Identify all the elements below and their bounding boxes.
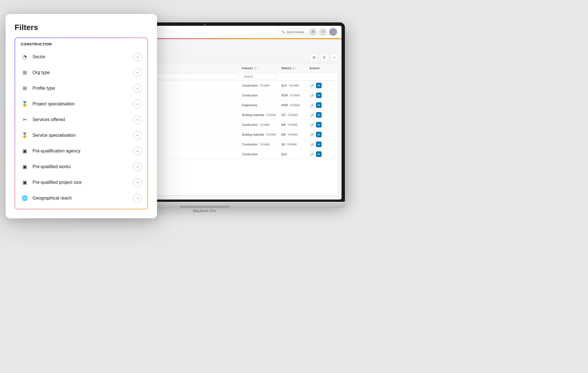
view-expand-btn[interactable]: ⤢ <box>330 54 338 61</box>
filter-icon-project-specialisation: 🏅 <box>21 100 29 108</box>
industry-col-header[interactable]: Industry ▲▼ | <box>240 64 280 72</box>
filter-item-pre-qual-works[interactable]: ▣ Pre-qualified works → <box>15 159 147 175</box>
link-icon[interactable]: 🔗 <box>309 151 315 157</box>
filter-item-service-specialisation[interactable]: 🏅 Service specialisation → <box>15 128 147 143</box>
link-icon[interactable]: 🔗 <box>309 112 315 118</box>
filter-icon-service-specialisation: 🏅 <box>21 131 29 139</box>
row-industry: Construction <box>240 151 280 158</box>
link-icon[interactable]: 🔗 <box>309 142 315 147</box>
link-icon[interactable]: 🔗 <box>309 122 315 128</box>
webcam <box>204 24 206 26</box>
states-col-label: State(s) <box>281 67 292 70</box>
linkedin-icon[interactable]: in <box>316 112 322 118</box>
filter-item-pre-qual-agency[interactable]: ▣ Pre-qualification agency → <box>15 143 147 159</box>
row-industry: Engineering <box>240 102 280 109</box>
row-states: QLD +6 more <box>280 82 308 89</box>
row-industry: Construction +1 more <box>240 121 280 128</box>
industry-col-label: Industry <box>242 67 253 70</box>
row-states: WA +3 more <box>280 131 308 138</box>
view-list-btn[interactable]: ☰ <box>320 54 328 61</box>
view-search-btn[interactable]: ⊞ <box>310 54 318 61</box>
filter-item-geographical-reach[interactable]: 🌐 Geographical reach → <box>15 190 147 206</box>
link-icon[interactable]: 🔗 <box>309 132 315 137</box>
filter-item-profile-type[interactable]: ⊞ Profile type → <box>15 80 147 96</box>
row-industry: Building materials +1 more <box>240 111 280 119</box>
filter-label-service-specialisation: Service specialisation <box>33 133 133 138</box>
filter-label-pre-qual-agency: Pre-qualification agency <box>33 149 133 154</box>
link-icon[interactable]: 🔗 <box>309 83 315 88</box>
construction-label: CONSTRUCTION <box>15 41 147 49</box>
filter-icon-profile-type: ⊞ <box>21 84 29 92</box>
filter-item-pre-qual-project-size[interactable]: ▣ Pre-qualified project size → <box>15 175 147 190</box>
linkedin-icon[interactable]: in <box>316 92 322 98</box>
filter-item-services-offered[interactable]: ✂ Services offered → <box>15 112 147 128</box>
linkedin-icon[interactable]: in <box>316 102 322 108</box>
actions-col-header: Actions <box>308 64 336 72</box>
avatar[interactable] <box>329 28 337 36</box>
industry-search-input[interactable] <box>242 74 278 79</box>
filter-label-pre-qual-works: Pre-qualified works <box>33 164 133 169</box>
row-actions: 🔗 in <box>308 130 336 139</box>
row-states: NSW +2 more <box>280 101 308 109</box>
row-actions: 🔗 in <box>308 81 336 90</box>
row-actions: 🔗 in <box>308 110 336 120</box>
row-industry: Building materials +2 more <box>240 131 280 138</box>
filter-label-pre-qual-project-size: Pre-qualified project size <box>33 180 133 185</box>
row-states: VIC +3 more <box>280 111 308 119</box>
row-industry: Construction +1 more <box>240 141 280 148</box>
filters-title: Filters <box>15 23 148 32</box>
filter-item-sector[interactable]: ◔ Sector → <box>15 49 147 65</box>
filter-arrow-org-type[interactable]: → <box>133 68 142 77</box>
filter-arrow-pre-qual-project-size[interactable]: → <box>133 178 142 187</box>
row-actions: 🔗 in <box>308 120 336 129</box>
filter-item-org-type[interactable]: ⊞ Org type → <box>15 65 147 80</box>
filter-label-project-specialisation: Project specialisation <box>33 101 133 106</box>
construction-section: CONSTRUCTION ◔ Sector → ⊞ Org type → ⊞ P… <box>15 38 148 209</box>
linkedin-icon[interactable]: in <box>316 142 322 147</box>
help-icon-btn[interactable]: ? <box>319 28 327 36</box>
link-icon[interactable]: 🔗 <box>309 92 315 98</box>
filter-label-services-offered: Services offered <box>33 117 133 122</box>
filter-items-list: ◔ Sector → ⊞ Org type → ⊞ Profile type →… <box>15 49 147 206</box>
filter-arrow-pre-qual-works[interactable]: → <box>133 162 142 171</box>
filter-label-geographical-reach: Geographical reach <box>33 196 133 201</box>
filter-label-sector: Sector <box>33 54 133 59</box>
filter-arrow-pre-qual-agency[interactable]: → <box>133 147 142 156</box>
row-industry: Construction +1 more <box>240 82 280 89</box>
filter-arrow-profile-type[interactable]: → <box>133 84 142 93</box>
filters-panel: Filters CONSTRUCTION ◔ Sector → ⊞ Org ty… <box>6 14 157 218</box>
filter-icon-sector: ◔ <box>21 53 29 61</box>
row-states: WA +4 more <box>280 121 308 128</box>
filter-icon-services-offered: ✂ <box>21 116 29 124</box>
row-states: SA +4 more <box>280 141 308 148</box>
filter-icon-pre-qual-agency: ▣ <box>21 147 29 155</box>
linkedin-icon[interactable]: in <box>316 122 322 128</box>
row-actions: 🔗 in <box>308 91 336 100</box>
row-industry: Construction <box>240 92 280 99</box>
row-states: QLD <box>280 151 308 158</box>
quick-lookup-label: Quick lookup <box>286 30 304 34</box>
filter-arrow-services-offered[interactable]: → <box>133 115 142 124</box>
row-actions: 🔗 in <box>308 140 336 149</box>
linkedin-icon[interactable]: in <box>316 132 322 137</box>
linkedin-icon[interactable]: in <box>316 151 322 157</box>
link-icon[interactable]: 🔗 <box>309 102 315 108</box>
download-icon-btn[interactable]: ⬇ <box>309 28 317 36</box>
row-states: NSW +1 more <box>280 92 308 99</box>
filter-arrow-sector[interactable]: → <box>133 52 142 61</box>
linkedin-icon[interactable]: in <box>316 83 322 88</box>
filter-arrow-service-specialisation[interactable]: → <box>133 131 142 140</box>
filter-icon-pre-qual-works: ▣ <box>21 163 29 171</box>
filter-icon-org-type: ⊞ <box>21 69 29 77</box>
states-col-header[interactable]: State(s) ▲▼ | <box>280 64 308 72</box>
row-actions: 🔗 in <box>308 100 336 110</box>
filter-icon-geographical-reach: 🌐 <box>21 194 29 202</box>
filter-icon-pre-qual-project-size: ▣ <box>21 179 29 186</box>
search-icon: 🔍 <box>281 30 285 34</box>
quick-lookup-button[interactable]: 🔍 Quick lookup <box>279 29 307 35</box>
filter-arrow-project-specialisation[interactable]: → <box>133 99 142 108</box>
filter-item-project-specialisation[interactable]: 🏅 Project specialisation → <box>15 96 147 112</box>
filter-label-org-type: Org type <box>33 70 133 75</box>
actions-col-label: Actions <box>309 67 320 70</box>
filter-arrow-geographical-reach[interactable]: → <box>133 194 142 203</box>
